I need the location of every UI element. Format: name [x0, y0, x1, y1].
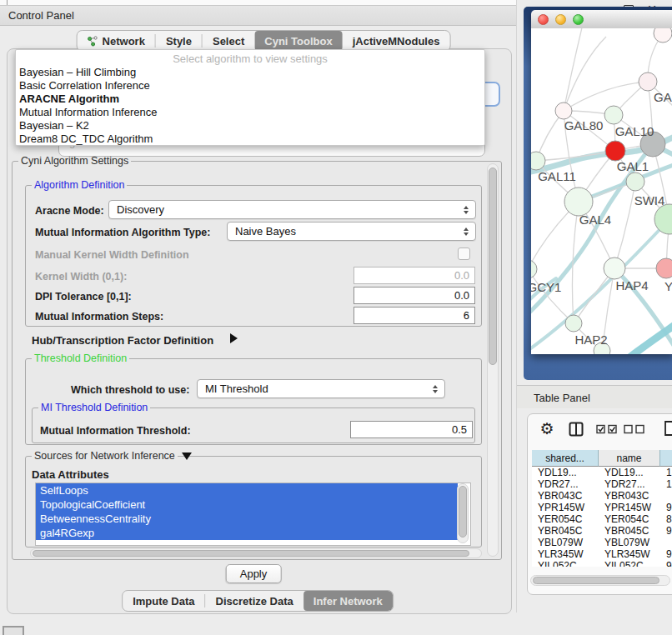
table-cell: YDR27... [599, 478, 660, 490]
restore-panel-button[interactable] [3, 626, 24, 635]
table-cell: YLR345W [532, 548, 599, 560]
algorithm-option-mutual-information-inference[interactable]: Mutual Information Inference [16, 106, 484, 119]
mi-type-combo[interactable]: Naive Bayes [227, 222, 476, 241]
table-cell: YBR043C [532, 490, 599, 502]
tab-infer-network[interactable]: Infer Network [303, 591, 393, 611]
table-cell: YBR045C [599, 525, 660, 537]
node-label-gal: GAL [654, 90, 672, 104]
tab-discretize-data[interactable]: Discretize Data [206, 591, 303, 611]
network-node[interactable] [531, 152, 545, 170]
table-cell: YDL19... [599, 467, 660, 478]
tab-impute-data[interactable]: Impute Data [123, 591, 204, 611]
column-header-col2[interactable] [660, 450, 672, 467]
attribute-item-selfloops[interactable]: SelfLoops [36, 483, 458, 498]
collapse-down-icon[interactable] [182, 452, 192, 460]
expand-right-icon[interactable] [230, 333, 238, 343]
algorithm-option-aracne-algorithm[interactable]: ARACNE Algorithm [16, 92, 484, 106]
table-hscrollbar-track[interactable] [530, 575, 670, 586]
network-node[interactable] [656, 258, 672, 278]
table-cell: YLR345W [599, 548, 660, 560]
network-node[interactable] [654, 28, 672, 42]
tab-label: Network [103, 35, 145, 48]
table-cell: YER054C [599, 513, 660, 525]
minimize-traffic-light-icon[interactable] [555, 14, 566, 25]
tab-network[interactable]: Network [78, 31, 155, 51]
manual-kernel-checkbox[interactable] [458, 248, 470, 260]
algorithm-option-dream8-dc-tdc-algorithm[interactable]: Dream8 DC_TDC Algorithm [16, 132, 484, 146]
node-label-swi4: SWI4 [634, 193, 665, 208]
attr-list-scrollbar-track[interactable] [457, 483, 469, 543]
network-node[interactable] [605, 141, 625, 161]
table-row[interactable]: YBR043CYBR043C [532, 490, 672, 502]
table-row[interactable]: YLR345WYLR345W9. [532, 548, 672, 560]
network-node[interactable] [639, 72, 657, 91]
algorithm-option-basic-correlation-inference[interactable]: Basic Correlation Inference [16, 79, 484, 92]
network-icon [88, 36, 98, 47]
apply-button[interactable]: Apply [226, 564, 282, 583]
table-row[interactable]: YDR27...YDR27...12 [532, 478, 672, 490]
mi-steps-field[interactable]: 6 [354, 307, 475, 324]
network-node[interactable] [604, 106, 623, 124]
network-node[interactable] [564, 188, 593, 216]
table-row[interactable]: YER054CYER054C8. [532, 513, 672, 525]
table-cell: 8. [660, 513, 672, 525]
deselect-all-checkboxes-icon[interactable] [624, 424, 646, 434]
sources-title[interactable]: Sources for Network Inference [32, 450, 178, 462]
close-traffic-light-icon[interactable] [538, 14, 549, 25]
tab-style[interactable]: Style [156, 31, 202, 51]
table-row[interactable]: YBL079WYBL079W [532, 537, 672, 548]
dpi-tolerance-field[interactable]: 0.0 [354, 287, 475, 304]
network-node[interactable] [565, 315, 582, 332]
mi-threshold-field[interactable]: 0.5 [350, 421, 473, 438]
select-all-checkboxes-icon[interactable] [596, 424, 619, 434]
algorithm-option-bayesian-hill-climbing[interactable]: Bayesian – Hill Climbing [16, 66, 484, 79]
bottom-tab-bar: Impute DataDiscretize DataInfer Network [122, 590, 394, 612]
aracne-mode-combo[interactable]: Discovery [108, 200, 476, 219]
attr-list-scrollbar-thumb[interactable] [459, 486, 467, 538]
column-header-name[interactable]: name [599, 450, 660, 467]
table-hscrollbar-thumb[interactable] [533, 577, 659, 584]
attribute-item-topologicalcoefficient[interactable]: TopologicalCoefficient [36, 498, 458, 512]
settings-scrollbar-track[interactable] [487, 163, 499, 557]
tab-cyni-toolbox[interactable]: Cyni Toolbox [254, 31, 342, 51]
which-threshold-combo[interactable]: MI Threshold [197, 379, 445, 398]
table-header-row: shared...name [532, 450, 672, 467]
settings-hscrollbar-track[interactable] [30, 548, 482, 558]
node-label-y: Y [664, 279, 672, 293]
network-canvas[interactable]: GALGAL80GAL10GAL1GAL11SWI4GAL4GCY1HAP4YH… [531, 28, 672, 354]
table-row[interactable]: YBR045CYBR045C9. [532, 525, 672, 537]
network-node[interactable] [626, 172, 644, 191]
network-node[interactable] [531, 260, 537, 278]
settings-hscrollbar-thumb[interactable] [33, 550, 469, 557]
table-cell: YBR045C [532, 525, 599, 537]
table-row[interactable]: YDL19...YDL19...13 [532, 467, 672, 478]
tab-select[interactable]: Select [203, 31, 254, 51]
kernel-width-value: 0.0 [454, 269, 469, 282]
network-node[interactable] [654, 204, 672, 234]
algorithm-option-bayesian-k2[interactable]: Bayesian – K2 [16, 119, 484, 132]
tab-jactivemnodules[interactable]: jActiveMNodules [343, 31, 450, 51]
table-row[interactable]: YIL052CYIL052C9 [532, 560, 672, 567]
new-table-icon[interactable] [664, 420, 672, 437]
column-header-shared[interactable]: shared... [532, 450, 599, 467]
settings-scrollbar-thumb[interactable] [489, 168, 497, 365]
table-cell: 12 [660, 478, 672, 490]
network-window[interactable]: GALGAL80GAL10GAL1GAL11SWI4GAL4GCY1HAP4YH… [531, 10, 672, 354]
network-graph [531, 28, 672, 354]
zoom-traffic-light-icon[interactable] [573, 14, 584, 25]
attribute-item-betweennesscentrality[interactable]: BetweennessCentrality [36, 512, 458, 526]
table-row[interactable]: YPR145WYPR145W9. [532, 502, 672, 513]
algorithm-dropdown-items: Bayesian – Hill ClimbingBasic Correlatio… [16, 66, 484, 146]
network-node[interactable] [604, 258, 625, 279]
network-window-titlebar[interactable] [531, 10, 672, 29]
algorithm-dropdown[interactable]: Select algorithm to view settings Bayesi… [15, 49, 485, 146]
network-edge [564, 28, 583, 111]
table-panel-title: Table Panel [534, 392, 590, 404]
gear-icon[interactable]: ⚙ [539, 419, 555, 438]
split-columns-icon[interactable] [569, 422, 584, 437]
data-attributes-list[interactable]: SelfLoopsTopologicalCoefficientBetweenne… [35, 482, 471, 546]
network-node[interactable] [555, 102, 572, 119]
tab-label: Impute Data [133, 595, 194, 608]
attribute-item-gal4rgexp[interactable]: gal4RGexp [36, 526, 458, 540]
hub-section-label[interactable]: Hub/Transcription Factor Definition [32, 334, 213, 347]
